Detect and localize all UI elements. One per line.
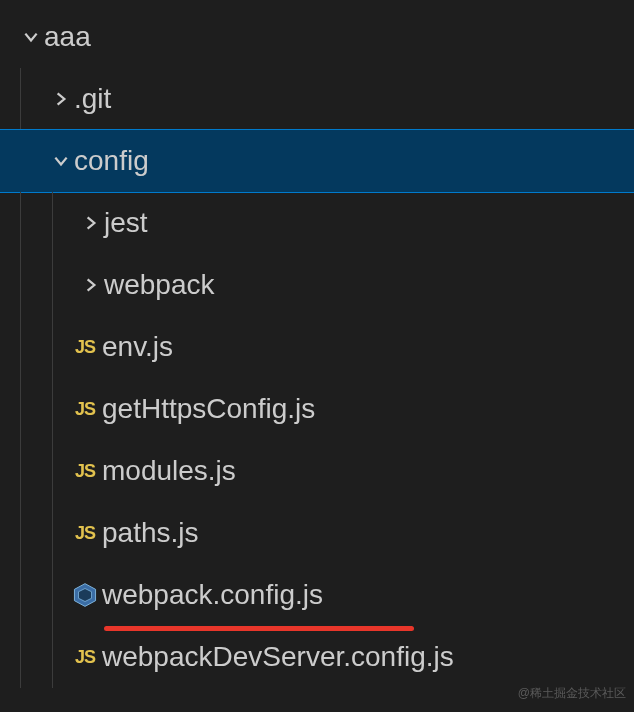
file-label: webpackDevServer.config.js	[102, 641, 454, 673]
folder-label: aaa	[44, 21, 91, 53]
js-file-icon: JS	[68, 523, 102, 544]
svg-marker-1	[79, 589, 92, 602]
folder-label: webpack	[104, 269, 215, 301]
js-file-icon: JS	[68, 461, 102, 482]
tree-file-webpack-config[interactable]: webpack.config.js	[0, 564, 634, 626]
js-file-icon: JS	[68, 399, 102, 420]
annotation-underline	[104, 626, 414, 631]
webpack-icon	[68, 582, 102, 608]
folder-label: config	[74, 145, 149, 177]
folder-label: .git	[74, 83, 111, 115]
file-label: getHttpsConfig.js	[102, 393, 315, 425]
tree-file-env[interactable]: JS env.js	[0, 316, 634, 378]
tree-file-webpack-devserver[interactable]: JS webpackDevServer.config.js	[0, 626, 634, 688]
watermark-text: @稀土掘金技术社区	[518, 685, 626, 702]
tree-folder-git[interactable]: .git	[0, 68, 634, 130]
tree-file-modules[interactable]: JS modules.js	[0, 440, 634, 502]
chevron-right-icon	[78, 276, 104, 294]
tree-folder-root[interactable]: aaa	[0, 6, 634, 68]
tree-folder-jest[interactable]: jest	[0, 192, 634, 254]
file-label: webpack.config.js	[102, 579, 323, 611]
chevron-right-icon	[78, 214, 104, 232]
js-file-icon: JS	[68, 647, 102, 668]
chevron-down-icon	[18, 28, 44, 46]
js-file-icon: JS	[68, 337, 102, 358]
tree-file-paths[interactable]: JS paths.js	[0, 502, 634, 564]
tree-folder-config[interactable]: config	[0, 130, 634, 192]
chevron-down-icon	[48, 152, 74, 170]
folder-label: jest	[104, 207, 148, 239]
file-label: env.js	[102, 331, 173, 363]
tree-folder-webpack[interactable]: webpack	[0, 254, 634, 316]
chevron-right-icon	[48, 90, 74, 108]
file-label: paths.js	[102, 517, 199, 549]
tree-file-gethttpsconfig[interactable]: JS getHttpsConfig.js	[0, 378, 634, 440]
file-label: modules.js	[102, 455, 236, 487]
file-explorer-tree: aaa .git config jest webpack	[0, 0, 634, 688]
